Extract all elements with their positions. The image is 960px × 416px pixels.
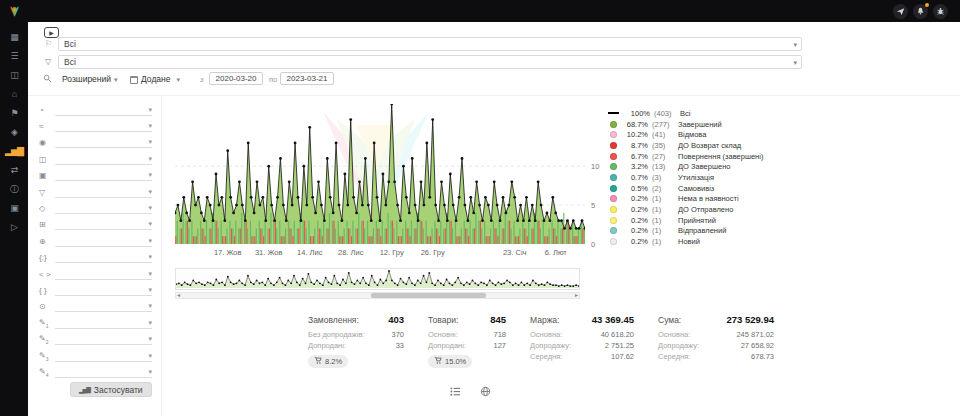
scrollbar-thumb[interactable] <box>371 293 486 298</box>
legend-item[interactable]: 8.7%(35)ДО Возврат склад <box>608 140 786 151</box>
filter-row: ✎3▾ <box>28 348 161 364</box>
filter-row: { }▾ <box>28 282 161 298</box>
filter-dropdown[interactable]: ▾ <box>55 334 152 345</box>
legend-item[interactable]: 68.7%(277)Завершений <box>608 119 786 130</box>
brand-logo[interactable] <box>7 4 22 19</box>
date-field-select[interactable]: Додане ▾ <box>130 73 196 86</box>
legend-item[interactable]: 0.7%(3)Утилізація <box>608 172 786 183</box>
x-axis-label: 31. Жов <box>255 248 283 257</box>
filter-dropdown[interactable]: ▾ <box>55 269 152 280</box>
products-icon[interactable]: ⚑ <box>5 107 23 120</box>
legend-item[interactable]: 100%(403)Всі <box>608 108 786 119</box>
legend-item[interactable]: 0.2%(1)Нема в наявності <box>608 194 786 205</box>
orders-chart[interactable] <box>175 104 585 244</box>
filter-row: ◇▾ <box>28 200 161 216</box>
chevron-down-icon: ▾ <box>148 122 152 130</box>
legend-item[interactable]: 0.2%(1)ДО Отправлено <box>608 204 786 215</box>
filter-dropdown[interactable]: ▾ <box>55 318 152 329</box>
stat-subrow: Основна:40 618.20 <box>530 329 634 340</box>
y-axis-label: 5 <box>591 201 595 210</box>
apply-button[interactable]: ▂▅▇ Застосувати <box>70 382 152 397</box>
date-from-input[interactable]: 2020-03-20 <box>209 72 263 85</box>
chart-navigator[interactable] <box>175 268 580 290</box>
stat-header: Замовлення:403 <box>308 314 404 325</box>
filter-dropdown[interactable]: ▾ <box>55 137 152 148</box>
stat-label: Товари: <box>428 315 458 325</box>
search-mode-select[interactable]: Розширений▾ <box>58 73 124 86</box>
legend-color-dot <box>610 217 617 224</box>
chevron-down-icon: ▾ <box>148 270 152 278</box>
tutorials-icon[interactable]: ▷ <box>5 221 23 234</box>
legend-color-dot <box>610 206 617 213</box>
legend-item[interactable]: 0.2%(1)Новий <box>608 236 786 247</box>
filter-dropdown[interactable]: ▾ <box>55 236 152 247</box>
globe-icon[interactable] <box>478 384 492 398</box>
legend-item[interactable]: 0.5%(2)Самовивіз <box>608 183 786 194</box>
filter-dropdown[interactable]: ▾ <box>55 170 152 181</box>
info-icon[interactable]: ⓘ <box>5 183 23 196</box>
integrations-icon[interactable]: ⇄ <box>5 164 23 177</box>
date-to-input[interactable]: 2023-03-21 <box>280 72 334 85</box>
filter-dropdown[interactable]: ▾ <box>55 301 152 312</box>
legend-label: Відмова <box>678 130 706 139</box>
notifications-icon[interactable] <box>913 4 928 19</box>
legend-label: ДО Возврат склад <box>678 141 741 150</box>
filter-panel: ◔▾≈▾◉▾◫▾▣▾▽▾◇▾⊞▾⊕▾{;}▾< >▾{ }▾⊙▾✎1▾✎2▾✎3… <box>28 96 162 416</box>
topbar <box>0 0 960 22</box>
filter-dropdown[interactable]: ▾ <box>55 121 152 132</box>
filter-dropdown[interactable]: ▾ <box>55 367 152 378</box>
legend-item[interactable]: 0.2%(1)Прийнятий <box>608 215 786 226</box>
filter-dropdown[interactable]: ▾ <box>55 351 152 362</box>
home-icon[interactable]: ⌂ <box>5 88 23 101</box>
dashboard-icon[interactable]: ▦ <box>5 31 23 44</box>
upsell-percent: 8.2% <box>325 357 342 366</box>
messenger-icon[interactable] <box>893 4 908 19</box>
left-sidebar: ▦☰◫⌂⚑◈▂▅▇⇄ⓘ▣▷ <box>0 22 28 416</box>
filter-row: ✎2▾ <box>28 331 161 347</box>
statuses-select[interactable]: Всі ▾ <box>58 55 802 69</box>
to-label: по <box>269 75 277 84</box>
custom-field-number: 4 <box>46 372 49 378</box>
segment-select[interactable]: Всі ▾ <box>58 37 802 51</box>
scroll-left-arrow[interactable]: ◂ <box>177 291 180 298</box>
legend-color-dot <box>610 121 617 128</box>
y-axis-label: 10 <box>591 162 599 171</box>
apps-icon[interactable]: ▣ <box>5 202 23 215</box>
stat-column: Маржа:43 369.45Основна:40 618.20Допродаж… <box>530 314 634 368</box>
filter-row: ◫▾ <box>28 151 161 167</box>
list-view-icon[interactable] <box>448 384 462 398</box>
stat-header: Сума:273 529.94 <box>658 314 774 325</box>
play-icon: ▶ <box>49 29 54 36</box>
legend-item[interactable]: 0.2%(1)Відправлений <box>608 226 786 237</box>
stat-sub-label: Допродажу: <box>530 340 571 351</box>
navigator-chart <box>176 269 579 289</box>
chart-scrollbar[interactable]: ◂ ▸ <box>175 292 580 299</box>
filter-dropdown[interactable]: ▾ <box>55 187 152 198</box>
legend-item[interactable]: 6.7%(27)Повернення (завершені) <box>608 151 786 162</box>
x-axis-label: 17. Жов <box>214 248 242 257</box>
bug-report-icon[interactable] <box>933 4 948 19</box>
chevron-down-icon: ▾ <box>114 76 118 83</box>
orders-icon[interactable]: ☰ <box>5 50 23 63</box>
chevron-down-icon: ▾ <box>177 73 181 86</box>
filter-dropdown[interactable]: ▾ <box>55 285 152 296</box>
analytics-icon[interactable]: ▂▅▇ <box>5 145 23 158</box>
filter-dropdown[interactable]: ▾ <box>55 219 152 230</box>
stat-sub-label: Без допродажів: <box>308 329 365 340</box>
filter-dropdown[interactable]: ▾ <box>55 154 152 165</box>
legend-label: Завершений <box>678 120 722 129</box>
legend-item[interactable]: 10.2%(41)Відмова <box>608 129 786 140</box>
legend-label: Утилізація <box>678 173 714 182</box>
cart-icon <box>434 356 442 367</box>
filter-dropdown[interactable]: ▾ <box>55 252 152 263</box>
chevron-down-icon: ▾ <box>148 319 152 327</box>
legend-item[interactable]: 3.2%(13)ДО Завершено <box>608 161 786 172</box>
clients-icon[interactable]: ◫ <box>5 69 23 82</box>
stat-subrow: Без допродажів:370 <box>308 329 404 340</box>
scroll-right-arrow[interactable]: ▸ <box>575 291 578 298</box>
filter-dropdown[interactable]: ▾ <box>55 203 152 214</box>
custom-field-number: 2 <box>46 339 49 345</box>
filter-dropdown[interactable]: ▾ <box>55 105 152 116</box>
video-tutorial-button[interactable]: ▶ <box>44 27 59 38</box>
campaigns-icon[interactable]: ◈ <box>5 126 23 139</box>
